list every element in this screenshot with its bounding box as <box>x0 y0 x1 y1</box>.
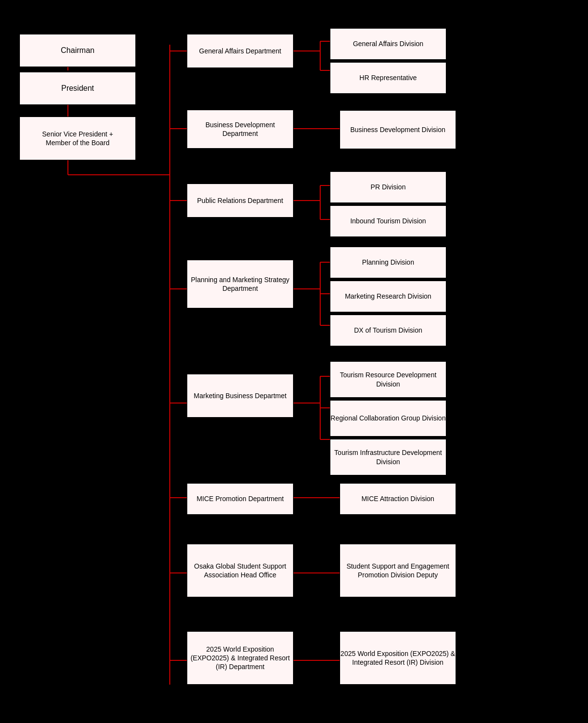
dept-public-relations-label: Public Relations Department <box>197 196 283 205</box>
svp-label: Senior Vice President + Member of the Bo… <box>42 130 113 147</box>
div-student-support: Student Support and Engagement Promotion… <box>340 544 456 597</box>
div-general-affairs-label: General Affairs Division <box>353 39 423 48</box>
div-regional-collab: Regional Collaboration Group Division <box>330 400 446 437</box>
div-business-dev-label: Business Development Division <box>350 125 445 134</box>
div-mice: MICE Attraction Division <box>340 483 456 515</box>
div-general-affairs: General Affairs Division <box>330 28 446 60</box>
chairman-label: Chairman <box>61 46 94 56</box>
chairman-box: Chairman <box>19 34 136 67</box>
dept-osaka-student-label: Osaka Global Student Support Association… <box>187 562 293 579</box>
div-hr-rep: HR Representative <box>330 62 446 94</box>
div-marketing-research-label: Marketing Research Division <box>345 292 431 301</box>
div-dx-tourism: DX of Tourism Division <box>330 315 446 346</box>
div-tourism-infra-label: Tourism Infrastructure Development Divis… <box>330 448 446 466</box>
dept-mice-label: MICE Promotion Department <box>196 494 284 503</box>
div-regional-collab-label: Regional Collaboration Group Division <box>330 414 445 422</box>
dept-marketing-business-label: Marketing Business Departmet <box>194 391 286 400</box>
dept-business-dev: Business Development Department <box>187 110 294 149</box>
div-student-support-label: Student Support and Engagement Promotion… <box>340 562 456 579</box>
dept-marketing-business: Marketing Business Departmet <box>187 374 294 418</box>
main-layout: Chairman President Senior Vice President… <box>10 15 578 714</box>
div-planning: Planning Division <box>330 247 446 278</box>
president-label: President <box>61 84 94 94</box>
div-inbound-tourism-label: Inbound Tourism Division <box>350 217 426 225</box>
dept-expo2025: 2025 World Exposition (EXPO2025) & Integ… <box>187 631 294 685</box>
dept-general-affairs-label: General Affairs Department <box>199 47 281 55</box>
div-pr: PR Division <box>330 171 446 203</box>
dept-public-relations: Public Relations Department <box>187 184 294 218</box>
div-marketing-research: Marketing Research Division <box>330 281 446 312</box>
div-inbound-tourism: Inbound Tourism Division <box>330 205 446 237</box>
div-tourism-infra: Tourism Infrastructure Development Divis… <box>330 439 446 475</box>
svp-box: Senior Vice President + Member of the Bo… <box>19 117 136 160</box>
div-business-dev: Business Development Division <box>340 110 456 149</box>
dept-mice: MICE Promotion Department <box>187 483 294 515</box>
dept-business-dev-label: Business Development Department <box>187 120 293 138</box>
div-dx-tourism-label: DX of Tourism Division <box>354 326 423 335</box>
dept-general-affairs: General Affairs Department <box>187 34 294 68</box>
dept-planning-marketing: Planning and Marketing Strategy Departme… <box>187 260 294 308</box>
div-tourism-resource-label: Tourism Resource Development Division <box>330 370 446 388</box>
dept-expo2025-label: 2025 World Exposition (EXPO2025) & Integ… <box>187 645 293 672</box>
div-planning-label: Planning Division <box>362 258 414 267</box>
div-mice-label: MICE Attraction Division <box>361 494 434 503</box>
div-expo2025-div-label: 2025 World Exposition (EXPO2025) & Integ… <box>340 649 456 667</box>
president-box: President <box>19 72 136 105</box>
div-pr-label: PR Division <box>371 183 406 191</box>
div-expo2025: 2025 World Exposition (EXPO2025) & Integ… <box>340 631 456 685</box>
dept-osaka-student: Osaka Global Student Support Association… <box>187 544 294 597</box>
chart-container: Chairman President Senior Vice President… <box>0 0 588 723</box>
dept-planning-marketing-label: Planning and Marketing Strategy Departme… <box>187 275 293 293</box>
div-hr-rep-label: HR Representative <box>359 73 417 82</box>
div-tourism-resource: Tourism Resource Development Division <box>330 361 446 398</box>
